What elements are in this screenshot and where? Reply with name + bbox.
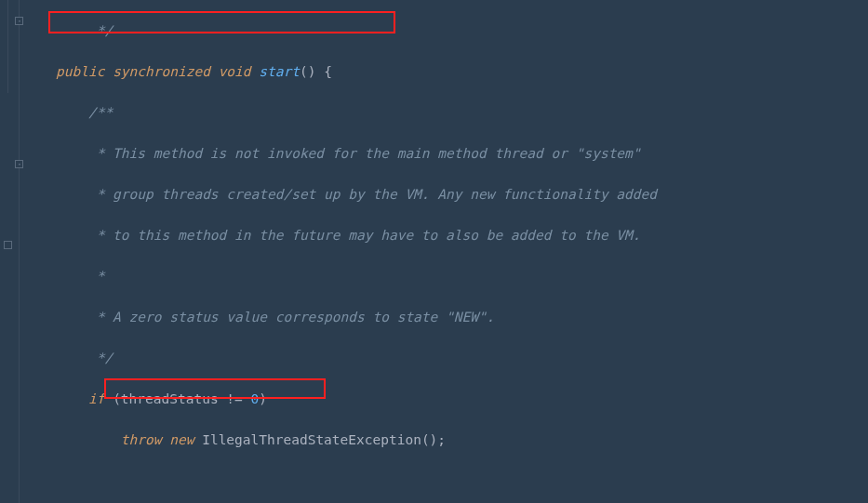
code-line: */ [28,348,868,368]
code-line: /** [28,102,868,123]
code-line: public synchronized void start() { [28,61,868,82]
code-line [28,470,868,491]
code-editor[interactable]: */ public synchronized void start() { /*… [28,0,868,503]
fold-marker-icon[interactable]: - [15,160,23,168]
code-line: * to this method in the future may have … [28,225,868,245]
code-line: * This method is not invoked for the mai… [28,143,868,164]
gutter-mark-icon[interactable] [4,241,12,249]
code-line: if (threadStatus != 0) [28,389,868,409]
code-line: * group threads created/set up by the VM… [28,184,868,205]
code-line: * [28,266,868,286]
editor-gutter: - - [0,0,28,503]
code-line: * A zero status value corresponds to sta… [28,307,868,327]
fold-marker-icon[interactable]: - [15,17,23,25]
code-line: */ [28,20,868,41]
code-line: throw new IllegalThreadStateException(); [28,430,868,450]
